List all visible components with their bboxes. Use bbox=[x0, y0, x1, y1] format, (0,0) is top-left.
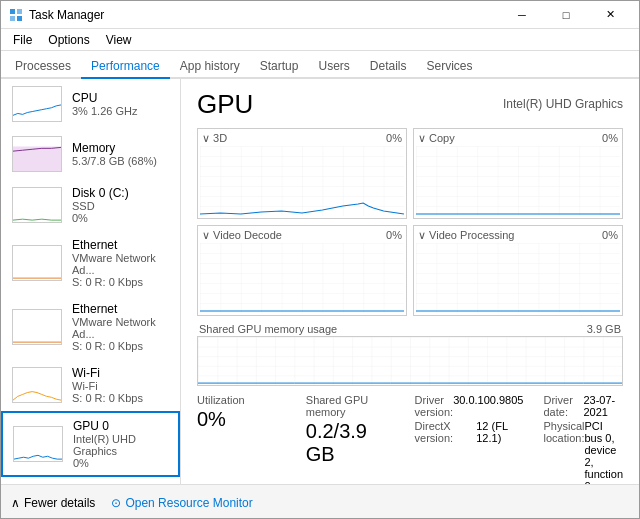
sidebar-item-ethernet1[interactable]: Ethernet VMware Network Ad... S: 0 R: 0 … bbox=[1, 231, 180, 295]
panel-subtitle: Intel(R) UHD Graphics bbox=[503, 97, 623, 111]
directx-row: DirectX version: 12 (FL 12.1) bbox=[415, 420, 524, 484]
ethernet2-speed: S: 0 R: 0 Kbps bbox=[72, 340, 169, 352]
ethernet2-mini-graph bbox=[12, 309, 62, 345]
utilization-value: 0% bbox=[197, 408, 286, 431]
chart-copy-value: 0% bbox=[602, 132, 618, 145]
menu-file[interactable]: File bbox=[5, 31, 40, 49]
wifi-speed: S: 0 R: 0 Kbps bbox=[72, 392, 169, 404]
chart-copy: ∨ Copy 0% bbox=[413, 128, 623, 219]
svg-rect-2 bbox=[10, 16, 15, 21]
window-title: Task Manager bbox=[29, 8, 501, 22]
svg-rect-7 bbox=[200, 243, 404, 313]
disk-name: Disk 0 (C:) bbox=[72, 186, 169, 200]
close-button[interactable]: ✕ bbox=[589, 1, 631, 29]
memory-name: Memory bbox=[72, 141, 169, 155]
chart-vp-label: ∨ Video Processing bbox=[418, 229, 514, 242]
tab-services[interactable]: Services bbox=[417, 55, 483, 79]
chart-video-decode: ∨ Video Decode 0% bbox=[197, 225, 407, 316]
wifi-mini-graph bbox=[12, 367, 62, 403]
chart-3d-header: ∨ 3D 0% bbox=[200, 131, 404, 146]
maximize-button[interactable]: □ bbox=[545, 1, 587, 29]
chart-3d-label: ∨ 3D bbox=[202, 132, 227, 145]
chart-3d-value: 0% bbox=[386, 132, 402, 145]
open-resource-monitor-link[interactable]: ⊙ Open Resource Monitor bbox=[111, 496, 252, 510]
ethernet2-info: Ethernet VMware Network Ad... S: 0 R: 0 … bbox=[72, 302, 169, 352]
ethernet2-adapter: VMware Network Ad... bbox=[72, 316, 169, 340]
chart-copy-area bbox=[416, 146, 620, 216]
tab-app-history[interactable]: App history bbox=[170, 55, 250, 79]
footer: ∧ Fewer details ⊙ Open Resource Monitor bbox=[1, 484, 639, 519]
disk-info: Disk 0 (C:) SSD 0% bbox=[72, 186, 169, 224]
charts-grid: ∨ 3D 0% bbox=[197, 128, 623, 316]
panel-header: GPU Intel(R) UHD Graphics bbox=[197, 89, 623, 120]
shared-gpu-chart bbox=[197, 336, 623, 386]
chart-vp-area bbox=[416, 243, 620, 313]
gpu-name: GPU 0 bbox=[73, 419, 168, 433]
app-icon bbox=[9, 8, 23, 22]
sidebar-item-ethernet2[interactable]: Ethernet VMware Network Ad... S: 0 R: 0 … bbox=[1, 295, 180, 359]
svg-rect-9 bbox=[198, 337, 622, 385]
main-content: CPU 3% 1.26 GHz Memory 5.3/7.8 GB (68%) bbox=[1, 79, 639, 484]
chart-vp-header: ∨ Video Processing 0% bbox=[416, 228, 620, 243]
shared-gpu-value: 3.9 GB bbox=[587, 323, 621, 335]
tab-processes[interactable]: Processes bbox=[5, 55, 81, 79]
directx-key: DirectX version: bbox=[415, 420, 477, 484]
menu-options[interactable]: Options bbox=[40, 31, 97, 49]
chart-vd-area bbox=[200, 243, 404, 313]
memory-info: Memory 5.3/7.8 GB (68%) bbox=[72, 141, 169, 167]
utilization-stat: Utilization 0% bbox=[197, 394, 286, 484]
panel-title: GPU bbox=[197, 89, 253, 120]
gpu-usage: 0% bbox=[73, 457, 168, 469]
sidebar-item-gpu[interactable]: GPU 0 Intel(R) UHD Graphics 0% bbox=[1, 411, 180, 477]
shared-gpu-label: Shared GPU memory usage bbox=[199, 323, 337, 335]
driver-date-key: Driver date: bbox=[543, 394, 583, 418]
menu-view[interactable]: View bbox=[98, 31, 140, 49]
info-section: Driver version: 30.0.100.9805 Driver dat… bbox=[415, 394, 623, 484]
fewer-details-button[interactable]: ∧ Fewer details bbox=[11, 496, 95, 510]
sidebar-item-disk[interactable]: Disk 0 (C:) SSD 0% bbox=[1, 179, 180, 231]
sidebar-item-cpu[interactable]: CPU 3% 1.26 GHz bbox=[1, 79, 180, 129]
ethernet1-adapter: VMware Network Ad... bbox=[72, 252, 169, 276]
tab-details[interactable]: Details bbox=[360, 55, 417, 79]
sidebar: CPU 3% 1.26 GHz Memory 5.3/7.8 GB (68%) bbox=[1, 79, 181, 484]
shared-gpu-header: Shared GPU memory usage 3.9 GB bbox=[197, 322, 623, 336]
shared-memory-value: 0.2/3.9 GB bbox=[306, 420, 395, 466]
shared-memory-label: Shared GPU memory bbox=[306, 394, 395, 418]
wifi-name: Wi-Fi bbox=[72, 366, 169, 380]
disk-type: SSD bbox=[72, 200, 169, 212]
physical-loc-key: Physical location: bbox=[543, 420, 584, 484]
chart-3d: ∨ 3D 0% bbox=[197, 128, 407, 219]
sidebar-item-wifi[interactable]: Wi-Fi Wi-Fi S: 0 R: 0 Kbps bbox=[1, 359, 180, 411]
chart-vd-header: ∨ Video Decode 0% bbox=[200, 228, 404, 243]
physical-loc-row: Physical location: PCI bus 0, device 2, … bbox=[543, 420, 623, 484]
ethernet1-name: Ethernet bbox=[72, 238, 169, 252]
chart-video-processing: ∨ Video Processing 0% bbox=[413, 225, 623, 316]
gpu-info: GPU 0 Intel(R) UHD Graphics 0% bbox=[73, 419, 168, 469]
svg-rect-0 bbox=[10, 9, 15, 14]
ethernet1-speed: S: 0 R: 0 Kbps bbox=[72, 276, 169, 288]
svg-rect-6 bbox=[416, 146, 620, 216]
window-controls: ─ □ ✕ bbox=[501, 1, 631, 29]
chart-copy-label: ∨ Copy bbox=[418, 132, 455, 145]
cpu-info: CPU 3% 1.26 GHz bbox=[72, 91, 169, 117]
gpu-model: Intel(R) UHD Graphics bbox=[73, 433, 168, 457]
utilization-label: Utilization bbox=[197, 394, 286, 406]
tab-startup[interactable]: Startup bbox=[250, 55, 309, 79]
sidebar-item-memory[interactable]: Memory 5.3/7.8 GB (68%) bbox=[1, 129, 180, 179]
open-resource-monitor-label: Open Resource Monitor bbox=[125, 496, 252, 510]
ethernet1-mini-graph bbox=[12, 245, 62, 281]
wifi-info: Wi-Fi Wi-Fi S: 0 R: 0 Kbps bbox=[72, 366, 169, 404]
tab-performance[interactable]: Performance bbox=[81, 55, 170, 79]
chart-vd-value: 0% bbox=[386, 229, 402, 242]
gpu-mini-graph bbox=[13, 426, 63, 462]
chart-copy-header: ∨ Copy 0% bbox=[416, 131, 620, 146]
driver-date-val: 23-07-2021 bbox=[583, 394, 623, 418]
stats-row: Utilization 0% Shared GPU memory 0.2/3.9… bbox=[197, 394, 623, 484]
cpu-usage: 3% 1.26 GHz bbox=[72, 105, 169, 117]
disk-mini-graph bbox=[12, 187, 62, 223]
minimize-button[interactable]: ─ bbox=[501, 1, 543, 29]
memory-mini-graph bbox=[12, 136, 62, 172]
driver-version-key: Driver version: bbox=[415, 394, 454, 418]
memory-usage: 5.3/7.8 GB (68%) bbox=[72, 155, 169, 167]
tab-users[interactable]: Users bbox=[308, 55, 359, 79]
